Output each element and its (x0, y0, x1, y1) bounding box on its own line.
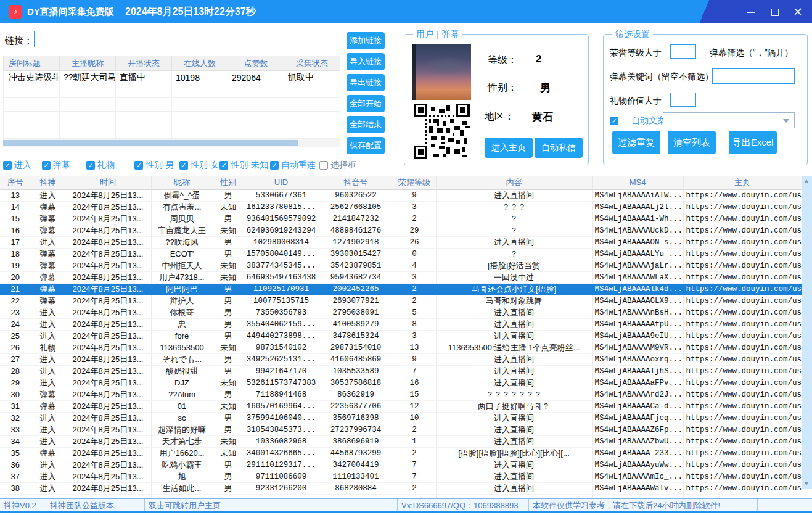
toggle-label: 性别-未知 (231, 160, 268, 171)
toggle-option-3[interactable]: ✓礼物 (86, 160, 115, 171)
column-header[interactable]: 性别 (213, 176, 244, 189)
room-table-row[interactable] (4, 84, 340, 98)
start-all-button[interactable]: 全部开始 (347, 95, 385, 112)
column-header[interactable]: 时间 (65, 176, 151, 189)
hscrollbar-thumb[interactable] (3, 140, 298, 146)
table-row[interactable]: 28进入2024年8月25日13...酸奶很甜男9942164717010355… (0, 365, 802, 377)
checkbox-checked-icon[interactable]: ✓ (86, 161, 95, 170)
room-column-header[interactable]: 主播昵称 (60, 56, 116, 71)
honor-level-label: 荣誉等级大于 (610, 47, 662, 59)
column-header[interactable]: 主页 (683, 176, 802, 189)
status-section: 抖神V0.2 (0, 499, 46, 511)
room-table-row[interactable] (4, 112, 340, 125)
table-row[interactable]: 19弹幕2024年8月25日13...中州拒天人未知383774345345..… (0, 260, 802, 271)
close-icon[interactable] (794, 7, 802, 16)
auto-text-combobox[interactable] (663, 112, 795, 128)
column-header[interactable]: UID (244, 176, 319, 189)
checkbox-checked-icon[interactable]: ✓ (270, 161, 279, 170)
table-row[interactable]: 34进入2024年8月25日13...天才第七步未知10336082968386… (0, 435, 802, 447)
table-row[interactable]: 26礼物2024年8月25日13...1136953500未知987315401… (0, 342, 802, 353)
column-header[interactable]: MS4 (592, 176, 683, 189)
column-header[interactable]: 荣耀等级 (393, 176, 436, 189)
region-label: 地区： (485, 110, 514, 123)
table-row[interactable]: 20弹幕2024年8月25日13...用户47318...未知646935497… (0, 271, 802, 283)
table-row[interactable]: 38进入2024年8月25日13...生活如此...男9233126620086… (0, 482, 802, 494)
column-header[interactable]: 昵称 (151, 176, 213, 189)
room-column-header[interactable]: 采集状态 (284, 56, 340, 71)
table-row[interactable]: 37进入2024年8月25日13...旭男9711108660911101334… (0, 471, 802, 482)
column-header[interactable]: 抖音号 (319, 176, 393, 189)
toggle-label: 进入 (14, 160, 31, 171)
checkbox-checked-icon[interactable]: ✓ (134, 161, 143, 170)
table-row[interactable]: 24进入2024年8月25日13...忠男355404062159...4100… (0, 318, 802, 330)
status-section: 本软件仅供学习参考，请在下载后24小时内删除软件! (529, 499, 758, 511)
table-row[interactable]: 29进入2024年8月25日13...DJZ未知5326115737473833… (0, 377, 802, 389)
table-row[interactable]: 27进入2024年8月25日13...それでも...男349252625131.… (0, 353, 802, 365)
goto-homepage-button[interactable]: 进入主页 (485, 138, 533, 158)
toggle-option-1[interactable]: ✓进入 (3, 160, 31, 171)
table-row[interactable]: 36进入2024年8月25日13...吃鸡小霸王男291110129317...… (0, 459, 802, 471)
column-header[interactable]: 抖神 (31, 176, 65, 189)
room-table: 房间标题主播昵称开播状态在线人数点赞数采集状态 冲击史诗级斗...??朝廷大司马… (3, 56, 340, 139)
table-row[interactable]: 35弹幕2024年8月25日13...用户16620...未知340014326… (0, 447, 802, 459)
save-config-button[interactable]: 保存配置 (347, 137, 385, 154)
room-table-hscrollbar[interactable] (3, 139, 340, 147)
checkbox-checked-icon[interactable]: ✓ (42, 161, 51, 170)
checkbox-checked-icon[interactable]: ✓ (219, 161, 228, 170)
toggle-option-6[interactable]: ✓性别-未知 (219, 160, 268, 171)
column-header[interactable]: 序号 (0, 176, 31, 189)
table-row[interactable]: 22弹幕2024年8月25日13...辩护人男10077513571526930… (0, 295, 802, 307)
add-link-button[interactable]: 添加链接 (347, 32, 385, 49)
auto-message-button[interactable]: 自动私信 (535, 138, 583, 158)
clear-list-button[interactable]: 清空列表 (668, 131, 716, 154)
room-table-row[interactable] (4, 125, 340, 139)
auto-text-checkbox[interactable]: ✓ 自动文案 (610, 115, 666, 126)
table-row[interactable]: 23进入2024年8月25日13...你根哥男73550356793279503… (0, 307, 802, 318)
minimize-icon[interactable] (747, 7, 755, 16)
level-label: 等级： (488, 54, 517, 67)
link-input[interactable] (34, 31, 342, 47)
table-row[interactable]: 21弹幕2024年8月25日13...阿巴阿巴男1109251709312002… (0, 283, 802, 295)
room-table-row[interactable] (4, 98, 340, 112)
room-table-row[interactable]: 冲击史诗级斗...??朝廷大司马??直播中10198292064抓取中 (4, 71, 340, 84)
room-column-header[interactable]: 在线人数 (172, 56, 228, 71)
table-row[interactable]: 25进入2024年8月25日13...fore男449440273898...3… (0, 330, 802, 342)
honor-level-input[interactable] (670, 44, 696, 59)
keyword-input[interactable] (712, 68, 795, 84)
user-panel-title: 用户｜弹幕 (413, 29, 462, 40)
toggle-option-2[interactable]: ✓弹幕 (42, 160, 70, 171)
checkbox-checked-icon[interactable]: ✓ (3, 161, 12, 170)
table-row[interactable]: 31弹幕2024年8月25日13...01未知160570169964...22… (0, 400, 802, 412)
toggle-option-4[interactable]: ✓性别-男 (134, 160, 174, 171)
scroll-up-icon[interactable] (804, 179, 809, 183)
stop-all-button[interactable]: 全部结束 (347, 116, 385, 133)
table-row[interactable]: 13进入2024年8月25日13...倒霉^_^蛋男53306677361960… (0, 189, 802, 201)
maximize-icon[interactable] (770, 7, 779, 16)
room-column-header[interactable]: 点赞数 (228, 56, 284, 71)
toggle-option-5[interactable]: ✓性别-女 (179, 160, 219, 171)
danmaku-filter-label: 弹幕筛选（“，”隔开） (710, 47, 793, 59)
toggle-option-8[interactable]: 选择框 (319, 160, 356, 171)
table-row[interactable]: 16弹幕2024年8月25日13...宇宙魔龙大王未知6249369192432… (0, 225, 802, 236)
table-row[interactable]: 14弹幕2024年8月25日13...有点害羞...未知161233780815… (0, 201, 802, 213)
room-column-header[interactable]: 房间标题 (4, 56, 60, 71)
filter-duplicates-button[interactable]: 过滤重复 (612, 131, 660, 154)
column-header[interactable]: 内容 (436, 176, 592, 189)
export-links-button[interactable]: 导出链接 (347, 74, 385, 91)
room-column-header[interactable]: 开播状态 (116, 56, 172, 71)
table-row[interactable]: 18弹幕2024年8月25日13...ECOT'男157058040149...… (0, 248, 802, 260)
checkbox-checked-icon[interactable]: ✓ (179, 161, 188, 170)
table-row[interactable]: 15弹幕2024年8月25日13...周贝贝男93640156957909221… (0, 213, 802, 225)
table-row[interactable]: 32进入2024年8月25日13...sc男375994106040...356… (0, 412, 802, 424)
filter-panel: 筛选设置 荣誉等级大于 弹幕筛选（“，”隔开） 弹幕关键词（留空不筛选）> 礼物… (603, 34, 808, 165)
table-row[interactable]: 30弹幕2024年8月25日13...??Alum男71188941468863… (0, 389, 802, 400)
scroll-down-icon[interactable] (804, 482, 809, 485)
table-row[interactable]: 33进入2024年8月25日13...超深情的好嘛男310543845373..… (0, 424, 802, 435)
export-excel-button[interactable]: 导出Excel (729, 131, 777, 154)
import-links-button[interactable]: 导入链接 (347, 53, 385, 70)
gift-value-input[interactable] (670, 93, 696, 107)
main-table-vscrollbar[interactable] (802, 176, 812, 489)
table-row[interactable]: 17进入2024年8月25日13...??吹海风男102980008314127… (0, 236, 802, 248)
toggle-option-7[interactable]: ✓自动重连 (270, 160, 316, 171)
checkbox-unchecked-icon[interactable] (319, 161, 328, 170)
